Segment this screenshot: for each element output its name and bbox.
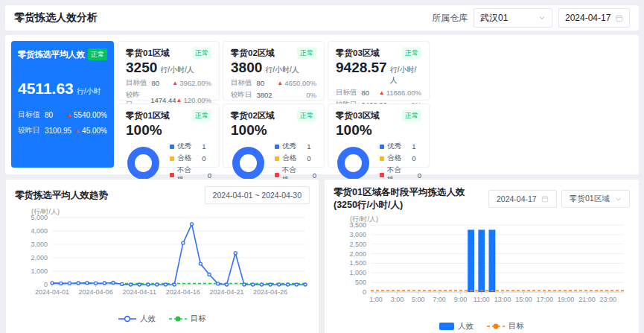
svg-text:19:00: 19:00: [558, 296, 575, 303]
svg-text:2,000: 2,000: [349, 250, 366, 258]
svg-text:2024-04-01: 2024-04-01: [35, 288, 69, 296]
up-arrow-icon: ▲: [172, 80, 178, 86]
warehouse-select[interactable]: 武汉01: [474, 8, 552, 28]
warehouse-label: 所属仓库: [432, 12, 468, 25]
svg-text:2024-04-26: 2024-04-26: [253, 288, 287, 296]
summary-card: 零货拣选平均人效 正常 4511.63 行/小时 目标值 80 ▲ 5540.0…: [11, 41, 114, 168]
summary-unit: 行/小时: [77, 86, 101, 97]
rate-value: 100%: [231, 122, 316, 139]
bar-series-marker-icon: [439, 323, 454, 330]
fail-swatch: [170, 173, 174, 177]
hourly-area-select[interactable]: 零货01区域: [561, 190, 630, 208]
page-title: 零货拣选人效分析: [14, 11, 98, 25]
date-picker[interactable]: 2024-04-17: [558, 8, 630, 28]
up-arrow-icon: ▲: [277, 80, 283, 86]
rate-value: 100%: [336, 122, 421, 139]
chevron-down-icon: [615, 196, 622, 203]
excellent-swatch: [275, 145, 279, 149]
trend-panel: 零货拣选平均人效趋势 2024-04-01 ~ 2024-04-30 (行/时/…: [5, 179, 319, 333]
area-card-03: 零货03区域 正常 9428.57 行/小时/人 目标值 80 ▲ 11686.…: [328, 41, 430, 101]
up-arrow-icon: ▲: [66, 112, 72, 118]
trend-panel-title: 零货拣选平均人效趋势: [15, 189, 108, 202]
kpi-section: 零货拣选平均人效 正常 4511.63 行/小时 目标值 80 ▲ 5540.0…: [5, 35, 639, 174]
svg-text:13:00: 13:00: [494, 296, 511, 303]
up-arrow-icon: ▲: [74, 127, 80, 134]
hourly-date-picker[interactable]: 2024-04-17: [488, 190, 557, 208]
rate-value: 100%: [126, 122, 211, 139]
donut-chart: [337, 147, 369, 180]
hourly-bar-chart: (行/时/人)05001,0001,5002,0002,5003,0003,50…: [334, 215, 630, 319]
svg-text:0: 0: [44, 281, 48, 288]
svg-text:3,000: 3,000: [349, 231, 366, 238]
svg-text:23:00: 23:00: [599, 296, 616, 303]
line-series-marker-icon: [118, 315, 136, 323]
legend-item-renxiao[interactable]: 人效: [118, 314, 156, 324]
svg-text:500: 500: [355, 279, 366, 286]
rate-card-03: 零货03区域 正常 100% 优秀1 合格0 不合格0: [328, 104, 430, 168]
svg-text:2,000: 2,000: [31, 254, 48, 261]
rate-card-01: 零货01区域 正常 100% 优秀1 合格0 不合格0: [118, 104, 220, 168]
svg-text:3:00: 3:00: [391, 296, 404, 303]
svg-text:2024-04-06: 2024-04-06: [79, 288, 113, 296]
donut-chart: [127, 147, 159, 180]
svg-text:5:00: 5:00: [412, 296, 425, 303]
target-series-marker-icon: [169, 315, 187, 323]
rate-card-02: 零货02区域 正常 100% 优秀1 合格0 不合格0: [223, 104, 325, 168]
summary-target-row: 目标值 80 ▲ 5540.00%: [18, 110, 107, 120]
area-card-01: 零货01区域 正常 3250 行/小时/人 目标值 80 ▲ 3962.00% …: [118, 41, 220, 101]
hourly-panel: 零货01区域各时段平均拣选人效(3250行/小时/人) 2024-04-17 零…: [324, 179, 640, 333]
svg-text:1:00: 1:00: [369, 296, 383, 303]
donut-chart: [232, 147, 264, 180]
pass-swatch: [380, 156, 384, 161]
fail-swatch: [275, 173, 279, 177]
up-arrow-icon: ▲: [176, 97, 182, 104]
trend-legend: 人效 目标: [15, 311, 310, 326]
legend-item-mubiao[interactable]: 目标: [487, 321, 524, 332]
svg-text:15:00: 15:00: [515, 296, 532, 303]
date-range-picker[interactable]: 2024-04-01 ~ 2024-04-30: [205, 186, 310, 204]
pass-swatch: [275, 156, 279, 161]
svg-text:17:00: 17:00: [536, 296, 553, 303]
svg-text:0: 0: [363, 288, 366, 296]
svg-text:1,500: 1,500: [349, 259, 366, 267]
svg-text:11:00: 11:00: [474, 296, 490, 303]
svg-text:2024-04-21: 2024-04-21: [209, 288, 243, 296]
hourly-panel-title: 零货01区域各时段平均拣选人效(3250行/小时/人): [334, 186, 488, 212]
status-badge: 正常: [402, 110, 421, 121]
legend-item-mubiao[interactable]: 目标: [169, 314, 206, 324]
excellent-swatch: [170, 145, 174, 149]
status-badge: 正常: [192, 47, 211, 59]
svg-text:9:00: 9:00: [454, 296, 468, 303]
trend-line-chart: (行/时/人)01,0002,0003,0004,0005,0002024-04…: [15, 207, 311, 311]
svg-text:1,000: 1,000: [349, 269, 366, 276]
svg-text:21:00: 21:00: [578, 296, 596, 303]
status-badge: 正常: [88, 48, 107, 60]
svg-text:2,500: 2,500: [349, 241, 366, 248]
svg-text:4,000: 4,000: [31, 227, 48, 235]
summary-card-title: 零货拣选平均人效: [18, 49, 85, 60]
up-arrow-icon: ▲: [379, 89, 385, 96]
excellent-swatch: [380, 145, 384, 149]
dashboard-page: 零货拣选人效分析 所属仓库 武汉01 2024-04-17 零货拣选平均人效 正…: [0, 0, 644, 333]
status-badge: 正常: [297, 110, 316, 121]
warehouse-select-value: 武汉01: [480, 12, 508, 25]
status-badge: 正常: [402, 47, 421, 59]
calendar-icon: [615, 14, 623, 22]
target-series-marker-icon: [487, 323, 505, 330]
top-bar-controls: 所属仓库 武汉01 2024-04-17: [432, 8, 630, 28]
svg-text:3,000: 3,000: [31, 241, 48, 248]
summary-value: 4511.63: [18, 80, 74, 98]
area-card-02: 零货02区域 正常 3800 行/小时/人 目标值 80 ▲ 4650.00% …: [223, 41, 325, 101]
legend-item-renxiao[interactable]: 人效: [439, 321, 474, 332]
calendar-icon: [541, 195, 549, 203]
chevron-down-icon: [538, 14, 546, 22]
svg-text:1,000: 1,000: [31, 267, 48, 275]
status-badge: 正常: [297, 47, 316, 59]
status-badge: 正常: [192, 110, 211, 121]
summary-yesterday-row: 较昨日 3100.95 ▲ 45.00%: [18, 125, 107, 136]
hourly-legend: 人效 目标: [334, 319, 630, 333]
top-bar: 零货拣选人效分析 所属仓库 武汉01 2024-04-17: [5, 5, 639, 31]
svg-text:5,000: 5,000: [31, 214, 48, 221]
svg-text:3,500: 3,500: [349, 221, 366, 229]
svg-text:2024-04-16: 2024-04-16: [166, 288, 200, 296]
